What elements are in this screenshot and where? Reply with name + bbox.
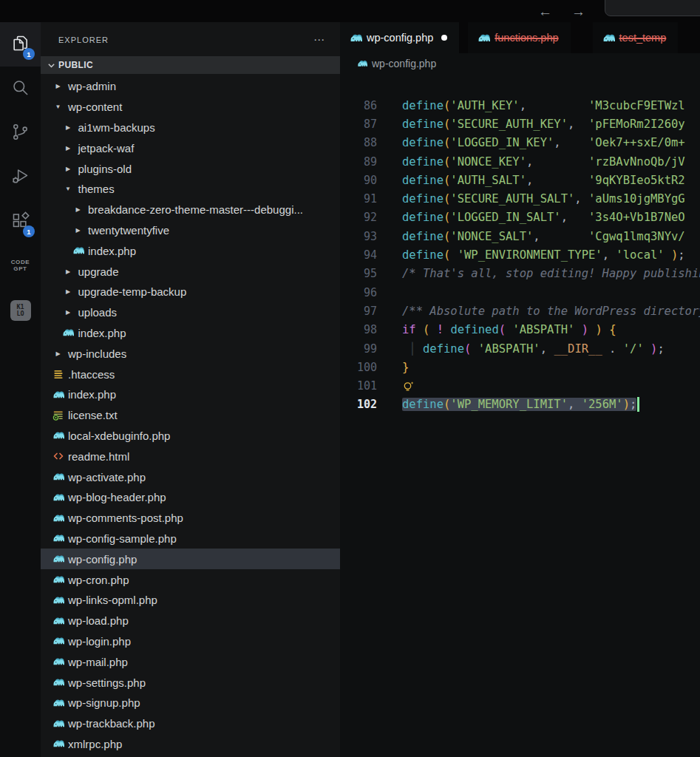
tab-test-temp[interactable]: test_temp xyxy=(593,22,679,53)
code-line-99[interactable]: 99 │ define( 'ABSPATH', __DIR__ . '/' ); xyxy=(340,339,700,358)
title-bar: ← → xyxy=(0,0,700,22)
activitybar-item-kilo-code[interactable]: K1LO xyxy=(0,288,41,333)
code-line-98[interactable]: 98if ( ! defined( 'ABSPATH' ) ) { xyxy=(340,321,700,339)
command-center-searchbox[interactable] xyxy=(605,0,700,16)
tab-wp-config-php[interactable]: wp-config.php xyxy=(340,22,459,53)
tree-folder-jetpack-waf[interactable]: ▶jetpack-waf xyxy=(41,138,340,158)
code-line-88[interactable]: 88define('LOGGED_IN_KEY', 'Oek7++sxE/0m+ xyxy=(340,134,700,152)
code-line-94[interactable]: 94define( 'WP_ENVIRONMENT_TYPE', 'local'… xyxy=(340,245,700,264)
tree-folder-upgrade[interactable]: ▶upgrade xyxy=(41,261,340,282)
tree-folder-breakdance-zero-theme-master-debuggi-[interactable]: ▶breakdance-zero-theme-master---debuggi.… xyxy=(41,200,340,220)
line-content[interactable]: define('LOGGED_IN_KEY', 'Oek7++sxE/0m+ xyxy=(402,136,685,149)
tree-file-wp-config-sample-php[interactable]: wp-config-sample.php xyxy=(41,529,340,549)
php-file-icon xyxy=(52,738,64,750)
tree-item-label: plugins-old xyxy=(78,163,132,175)
lightbulb-sparkle-icon[interactable] xyxy=(402,380,415,393)
tree-folder-twentytwentyfive[interactable]: ▶twentytwentyfive xyxy=(41,220,340,241)
line-content[interactable]: define('NONCE_SALT', 'Cgwq1lmq3NYv/ xyxy=(402,230,685,243)
explorer-actions-icon[interactable]: ⋯ xyxy=(313,33,325,47)
tree-file-wp-mail-php[interactable]: wp-mail.php xyxy=(41,651,340,672)
code-line-96[interactable]: 96 xyxy=(340,283,700,302)
tree-file-wp-comments-post-php[interactable]: wp-comments-post.php xyxy=(41,508,340,529)
line-content[interactable]: │ define( 'ABSPATH', __DIR__ . '/' ); xyxy=(402,342,665,356)
php-file-icon xyxy=(62,327,75,339)
line-content[interactable]: define('SECURE_AUTH_KEY', 'pFEMoRm2I260y xyxy=(402,118,685,131)
tree-folder-themes[interactable]: ▼themes xyxy=(41,179,340,200)
tree-file-wp-activate-php[interactable]: wp-activate.php xyxy=(41,466,340,487)
nav-back-icon[interactable]: ← xyxy=(538,4,552,18)
code-line-92[interactable]: 92define('LOGGED_IN_SALT', '3s4O+Vb1B7Ne… xyxy=(340,208,700,227)
line-content[interactable]: define('AUTH_SALT', '9qKYBIeo5ktR2 xyxy=(402,174,685,187)
code-line-86[interactable]: 86define('AUTH_KEY', 'M3cubcF9ETWzl xyxy=(340,96,700,115)
tree-folder-ai1wm-backups[interactable]: ▶ai1wm-backups xyxy=(41,118,340,138)
tab-functions-php[interactable]: functions.php xyxy=(468,22,570,53)
twistie-collapsed-icon: ▶ xyxy=(72,206,84,213)
line-content[interactable]: /** Absolute path to the WordPress direc… xyxy=(402,305,700,318)
php-file-icon xyxy=(357,58,367,69)
tree-file-wp-settings-php[interactable]: wp-settings.php xyxy=(41,672,340,693)
tree-file-wp-cron-php[interactable]: wp-cron.php xyxy=(41,569,340,590)
activitybar-item-source-control[interactable] xyxy=(0,111,41,155)
code-line-101[interactable]: 101 xyxy=(340,376,700,395)
activitybar-item-explorer[interactable]: 1 xyxy=(0,22,41,67)
tree-file-xmlrpc-php[interactable]: xmlrpc.php xyxy=(41,734,340,755)
line-content[interactable]: define('WP_MEMORY_LIMIT', '256M'); xyxy=(402,397,639,412)
code-editor[interactable]: 86define('AUTH_KEY', 'M3cubcF9ETWzl87def… xyxy=(340,96,700,414)
tree-folder-wp-content[interactable]: ▼wp-content xyxy=(41,97,340,118)
tree-folder-wp-admin[interactable]: ▶wp-admin xyxy=(41,76,340,97)
activitybar-item-codegpt[interactable]: CODEGPT xyxy=(0,244,41,288)
code-line-91[interactable]: 91define('SECURE_AUTH_SALT', 'aUms10jgMB… xyxy=(340,189,700,208)
tree-folder-plugins-old[interactable]: ▶plugins-old xyxy=(41,158,340,179)
tree-file-index-php[interactable]: index.php xyxy=(41,240,340,261)
nav-forward-icon[interactable]: → xyxy=(571,4,585,18)
code-line-102[interactable]: 102define('WP_MEMORY_LIMIT', '256M'); xyxy=(340,396,700,414)
tree-folder-upgrade-temp-backup[interactable]: ▶upgrade-temp-backup xyxy=(41,282,340,302)
tree-file-wp-signup-php[interactable]: wp-signup.php xyxy=(41,693,340,713)
line-content[interactable]: define('SECURE_AUTH_SALT', 'aUms10jgMBYg… xyxy=(402,192,685,206)
php-file-icon xyxy=(478,32,490,44)
tree-file-readme-html[interactable]: readme.html xyxy=(41,446,340,466)
tree-item-label: wp-comments-post.php xyxy=(68,512,183,524)
line-content[interactable]: define('LOGGED_IN_SALT', '3s4O+Vb1B7NeO xyxy=(402,211,685,224)
breadcrumb[interactable]: wp-config.php xyxy=(340,53,700,74)
code-line-100[interactable]: 100} xyxy=(340,358,700,376)
tree-item-label: .htaccess xyxy=(68,368,115,381)
activitybar-item-run-debug[interactable] xyxy=(0,155,41,200)
activitybar-item-extensions[interactable]: 1 xyxy=(0,200,41,244)
php-file-icon xyxy=(52,553,64,565)
line-content[interactable]: /* That's all, stop editing! Happy publi… xyxy=(402,267,700,280)
tree-file-wp-config-php[interactable]: wp-config.php xyxy=(41,549,340,569)
tree-item-label: local-xdebuginfo.php xyxy=(68,430,170,442)
tree-file-wp-links-opml-php[interactable]: wp-links-opml.php xyxy=(41,590,340,611)
code-line-89[interactable]: 89define('NONCE_KEY', 'rzBAvNnoQb/jV xyxy=(340,152,700,171)
line-content[interactable] xyxy=(402,380,415,393)
code-line-90[interactable]: 90define('AUTH_SALT', '9qKYBIeo5ktR2 xyxy=(340,171,700,189)
tree-file--htaccess[interactable]: .htaccess xyxy=(41,364,340,384)
tab-label: functions.php xyxy=(495,32,558,44)
tree-folder-uploads[interactable]: ▶uploads xyxy=(41,302,340,323)
line-content[interactable]: } xyxy=(402,361,409,374)
tree-file-wp-blog-header-php[interactable]: wp-blog-header.php xyxy=(41,487,340,508)
tree-folder-wp-includes[interactable]: ▶wp-includes xyxy=(41,343,340,364)
tree-file-wp-load-php[interactable]: wp-load.php xyxy=(41,611,340,631)
code-line-95[interactable]: 95/* That's all, stop editing! Happy pub… xyxy=(340,265,700,283)
php-file-icon xyxy=(52,492,64,503)
line-content[interactable]: define( 'WP_ENVIRONMENT_TYPE', 'local' )… xyxy=(402,248,685,262)
line-content[interactable]: define('AUTH_KEY', 'M3cubcF9ETWzl xyxy=(402,99,685,112)
code-line-93[interactable]: 93define('NONCE_SALT', 'Cgwq1lmq3NYv/ xyxy=(340,227,700,245)
activitybar-item-search[interactable] xyxy=(0,67,41,111)
php-file-icon xyxy=(52,615,64,627)
tree-file-wp-login-php[interactable]: wp-login.php xyxy=(41,631,340,652)
tree-file-wp-trackback-php[interactable]: wp-trackback.php xyxy=(41,713,340,734)
php-file-icon xyxy=(350,32,362,44)
tree-file-license-txt[interactable]: license.txt xyxy=(41,405,340,426)
php-file-icon xyxy=(52,389,64,401)
line-content[interactable]: if ( ! defined( 'ABSPATH' ) ) { xyxy=(402,323,616,336)
tree-file-index-php[interactable]: index.php xyxy=(41,323,340,344)
section-header-public[interactable]: PUBLIC xyxy=(41,56,340,74)
code-line-97[interactable]: 97/** Absolute path to the WordPress dir… xyxy=(340,302,700,320)
code-line-87[interactable]: 87define('SECURE_AUTH_KEY', 'pFEMoRm2I26… xyxy=(340,115,700,133)
tree-file-local-xdebuginfo-php[interactable]: local-xdebuginfo.php xyxy=(41,426,340,447)
line-content[interactable]: define('NONCE_KEY', 'rzBAvNnoQb/jV xyxy=(402,155,685,169)
tree-file-index-php[interactable]: index.php xyxy=(41,384,340,405)
